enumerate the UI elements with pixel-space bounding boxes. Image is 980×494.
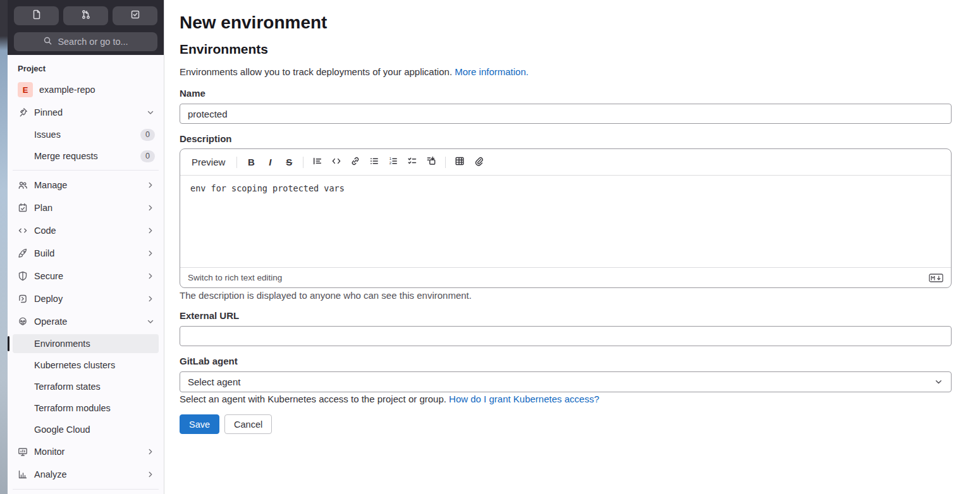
sidebar-item-kubernetes-clusters[interactable]: Kubernetes clusters (13, 356, 159, 375)
sidebar-item-secure[interactable]: Secure (13, 267, 159, 286)
merge-requests-shortcut-button[interactable] (63, 6, 108, 25)
sidebar-item-terraform-modules[interactable]: Terraform modules (13, 399, 159, 418)
sidebar-item-manage[interactable]: Manage (13, 176, 159, 195)
name-label: Name (180, 88, 205, 99)
sidebar-item-label: Analyze (34, 469, 67, 479)
todo-list-icon (130, 9, 140, 22)
sidebar-item-label: Monitor (34, 447, 64, 457)
toolbar-separator (303, 157, 303, 168)
bold-icon: B (248, 157, 255, 167)
sidebar-item-plan[interactable]: Plan (13, 198, 159, 217)
link-button[interactable] (346, 154, 364, 171)
issues-icon (32, 9, 42, 22)
bullet-list-button[interactable] (365, 154, 383, 171)
paperclip-icon (474, 156, 484, 169)
table-button[interactable] (451, 154, 469, 171)
chevron-right-icon (146, 181, 155, 190)
calendar-icon (18, 203, 28, 213)
strikethrough-button[interactable]: S (280, 154, 298, 171)
sidebar-item-label: Manage (34, 180, 67, 190)
markdown-icon[interactable] (929, 274, 943, 282)
sidebar-dark-header: Search or go to... (8, 0, 164, 55)
toolbar-separator (236, 157, 237, 168)
operate-icon (18, 316, 28, 327)
search-bar[interactable]: Search or go to... (14, 32, 157, 51)
kubernetes-access-link[interactable]: How do I grant Kubernetes access? (449, 394, 599, 404)
sidebar-item-label: Google Cloud (34, 425, 90, 435)
task-list-button[interactable] (403, 154, 421, 171)
attach-file-button[interactable] (470, 154, 487, 171)
sidebar-project[interactable]: E example-repo (13, 80, 159, 99)
quote-button[interactable] (309, 154, 326, 171)
external-url-label: External URL (180, 310, 239, 321)
description-label: Description (180, 133, 232, 144)
sidebar-divider (13, 489, 159, 490)
search-icon (43, 36, 52, 47)
chevron-right-icon (146, 203, 155, 212)
chevron-right-icon (146, 272, 155, 280)
sidebar-item-label: Pinned (34, 107, 63, 117)
sidebar-item-analyze[interactable]: Analyze (13, 465, 159, 484)
description-editor: Preview B I S 12 env for scoping protect… (180, 148, 952, 288)
chevron-down-icon (934, 377, 943, 387)
sidebar-item-operate[interactable]: Operate (13, 312, 159, 331)
external-url-input[interactable] (180, 326, 952, 346)
sidebar-item-google-cloud[interactable]: Google Cloud (13, 420, 159, 439)
link-icon (350, 156, 360, 169)
collapsible-section-button[interactable] (422, 154, 440, 171)
sidebar-item-build[interactable]: Build (13, 244, 159, 263)
sidebar-item-label: Plan (34, 203, 52, 213)
chevron-right-icon (146, 294, 155, 303)
deploy-icon (18, 294, 28, 304)
sidebar-item-deploy[interactable]: Deploy (13, 289, 159, 308)
chart-icon (18, 469, 28, 479)
save-button[interactable]: Save (180, 414, 219, 434)
editor-footer: Switch to rich text editing (180, 267, 951, 287)
sidebar-item-terraform-states[interactable]: Terraform states (13, 377, 159, 396)
italic-button[interactable]: I (261, 154, 279, 171)
sidebar-item-code[interactable]: Code (13, 221, 159, 240)
sidebar-item-label: Build (34, 248, 54, 258)
more-information-link[interactable]: More information. (455, 66, 529, 77)
sidebar-item-pinned[interactable]: Pinned (13, 103, 159, 122)
page-title: New environment (180, 13, 327, 33)
svg-text:2: 2 (389, 161, 392, 165)
cancel-button[interactable]: Cancel (224, 414, 272, 434)
project-avatar: E (18, 82, 33, 97)
sidebar-item-label: Issues (34, 130, 61, 140)
sidebar-item-merge-requests[interactable]: Merge requests 0 (13, 147, 159, 166)
pin-icon (18, 107, 28, 117)
sidebar-item-monitor[interactable]: Monitor (13, 442, 159, 461)
agent-help-sentence: Select an agent with Kubernetes access t… (180, 394, 446, 404)
chevron-down-icon (146, 317, 155, 326)
sidebar-section-label: Project (18, 64, 164, 73)
sidebar-nav: Project E example-repo Pinned Issues 0 M… (8, 55, 164, 493)
todo-shortcut-button[interactable] (113, 6, 157, 25)
agent-select[interactable]: Select agent (180, 371, 952, 392)
sidebar-item-label: Operate (34, 316, 67, 327)
issues-shortcut-button[interactable] (14, 6, 59, 25)
sidebar-item-issues[interactable]: Issues 0 (13, 125, 159, 144)
main-content: New environment Environments Environment… (164, 0, 980, 494)
numbered-list-icon: 12 (388, 156, 398, 169)
users-icon (18, 180, 28, 190)
numbered-list-button[interactable]: 12 (384, 154, 402, 171)
gitlab-agent-label: GitLab agent (180, 356, 238, 366)
sidebar-item-label: Secure (34, 271, 63, 281)
issues-count-badge: 0 (140, 129, 155, 141)
code-button[interactable] (328, 154, 345, 171)
sidebar-item-environments[interactable]: Environments (13, 334, 159, 353)
svg-text:1: 1 (389, 157, 392, 160)
markdown-toolbar: Preview B I S 12 (180, 149, 951, 176)
sidebar-item-label: Deploy (34, 294, 63, 304)
code-icon (18, 226, 28, 236)
strikethrough-icon: S (286, 157, 292, 167)
bold-button[interactable]: B (242, 154, 260, 171)
description-help-text: The description is displayed to anyone w… (180, 290, 472, 301)
chevron-right-icon (146, 447, 155, 456)
name-input[interactable] (180, 104, 952, 124)
description-textarea[interactable]: env for scoping protected vars (180, 176, 951, 267)
switch-rich-text-link[interactable]: Switch to rich text editing (188, 273, 282, 282)
sidebar-item-label: Kubernetes clusters (34, 360, 115, 370)
preview-tab[interactable]: Preview (187, 157, 231, 167)
